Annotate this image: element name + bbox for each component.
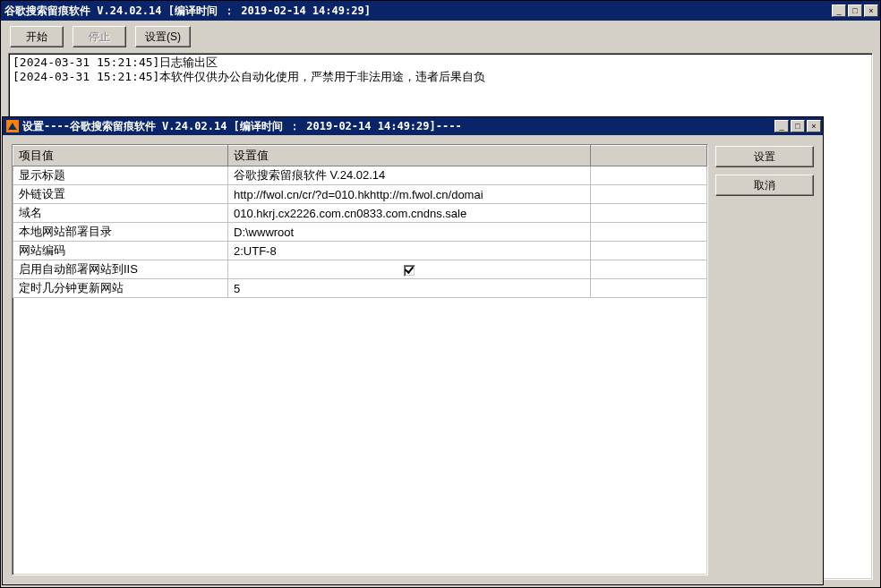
minimize-icon: _ bbox=[779, 123, 783, 131]
cell-key: 定时几分钟更新网站 bbox=[13, 279, 228, 298]
cell-spare bbox=[591, 204, 707, 223]
col-header-value[interactable]: 设置值 bbox=[228, 146, 591, 166]
dialog-minimize-button[interactable]: _ bbox=[774, 120, 789, 132]
maximize-icon: □ bbox=[852, 7, 857, 15]
table-row[interactable]: 显示标题谷歌搜索留痕软件 V.24.02.14 bbox=[13, 166, 707, 185]
settings-button[interactable]: 设置(S) bbox=[135, 26, 191, 47]
main-titlebar: 谷歌搜索留痕软件 V.24.02.14 [编译时间 ： 2019-02-14 1… bbox=[1, 1, 880, 21]
cell-value[interactable]: 谷歌搜索留痕软件 V.24.02.14 bbox=[228, 166, 591, 185]
table-row[interactable]: 本地网站部署目录D:\wwwroot bbox=[13, 223, 707, 242]
main-toolbar: 开始 停止 设置(S) bbox=[1, 21, 880, 47]
cell-key: 网站编码 bbox=[13, 242, 228, 260]
cell-key: 显示标题 bbox=[13, 166, 228, 185]
minimize-icon: _ bbox=[836, 7, 841, 15]
stop-button: 停止 bbox=[73, 26, 126, 47]
cell-value[interactable]: http://fwol.cn/cr/?d=010.hkhttp://m.fwol… bbox=[228, 185, 591, 204]
cell-key: 启用自动部署网站到IIS bbox=[13, 260, 228, 279]
cell-spare bbox=[591, 242, 707, 260]
cell-value[interactable]: D:\wwwroot bbox=[228, 223, 591, 242]
col-header-spare[interactable] bbox=[591, 146, 707, 166]
table-row[interactable]: 域名010.hkrj.cx2226.com.cn0833.com.cndns.s… bbox=[13, 204, 707, 223]
cell-value[interactable]: 2:UTF-8 bbox=[228, 242, 591, 260]
minimize-button[interactable]: _ bbox=[832, 4, 846, 17]
checkbox[interactable] bbox=[404, 265, 415, 277]
cell-key: 外链设置 bbox=[13, 185, 228, 204]
cell-spare bbox=[591, 279, 707, 298]
close-icon: × bbox=[868, 7, 873, 15]
dialog-side-buttons: 设置 取消 bbox=[715, 144, 814, 575]
close-button[interactable]: × bbox=[864, 4, 878, 17]
dialog-title: 设置----谷歌搜索留痕软件 V.24.02.14 [编译时间 ： 2019-0… bbox=[22, 119, 773, 134]
cancel-button[interactable]: 取消 bbox=[715, 175, 814, 196]
maximize-button[interactable]: □ bbox=[848, 4, 862, 17]
close-icon: × bbox=[811, 123, 816, 131]
dialog-body: 项目值 设置值 显示标题谷歌搜索留痕软件 V.24.02.14外链设置http:… bbox=[3, 135, 823, 584]
dialog-close-button[interactable]: × bbox=[807, 120, 821, 132]
table-row[interactable]: 外链设置http://fwol.cn/cr/?d=010.hkhttp://m.… bbox=[13, 185, 707, 204]
start-button[interactable]: 开始 bbox=[10, 26, 64, 47]
cell-value[interactable]: 5 bbox=[228, 279, 591, 298]
cell-value[interactable] bbox=[228, 260, 591, 279]
settings-table-wrap: 项目值 设置值 显示标题谷歌搜索留痕软件 V.24.02.14外链设置http:… bbox=[12, 144, 708, 575]
dialog-maximize-button[interactable]: □ bbox=[791, 120, 805, 132]
table-row[interactable]: 网站编码2:UTF-8 bbox=[13, 242, 707, 260]
table-header-row: 项目值 设置值 bbox=[13, 146, 707, 166]
settings-dialog: 设置----谷歌搜索留痕软件 V.24.02.14 [编译时间 ： 2019-0… bbox=[2, 116, 824, 585]
cell-spare bbox=[591, 185, 707, 204]
table-row[interactable]: 定时几分钟更新网站5 bbox=[13, 279, 707, 298]
cell-key: 本地网站部署目录 bbox=[13, 223, 228, 242]
maximize-icon: □ bbox=[795, 123, 800, 131]
main-sys-buttons: _ □ × bbox=[830, 4, 878, 17]
cell-spare bbox=[591, 260, 707, 279]
main-title: 谷歌搜索留痕软件 V.24.02.14 [编译时间 ： 2019-02-14 1… bbox=[4, 4, 830, 19]
cell-value[interactable]: 010.hkrj.cx2226.com.cn0833.com.cndns.sal… bbox=[228, 204, 591, 223]
ok-button[interactable]: 设置 bbox=[715, 146, 814, 167]
col-header-key[interactable]: 项目值 bbox=[13, 146, 228, 166]
cell-spare bbox=[591, 166, 707, 185]
app-icon bbox=[6, 120, 19, 132]
dialog-sys-buttons: _ □ × bbox=[773, 120, 821, 132]
settings-table: 项目值 设置值 显示标题谷歌搜索留痕软件 V.24.02.14外链设置http:… bbox=[13, 145, 707, 298]
cell-key: 域名 bbox=[13, 204, 228, 223]
dialog-titlebar: 设置----谷歌搜索留痕软件 V.24.02.14 [编译时间 ： 2019-0… bbox=[3, 117, 823, 135]
table-row[interactable]: 启用自动部署网站到IIS bbox=[13, 260, 707, 279]
cell-spare bbox=[591, 223, 707, 242]
